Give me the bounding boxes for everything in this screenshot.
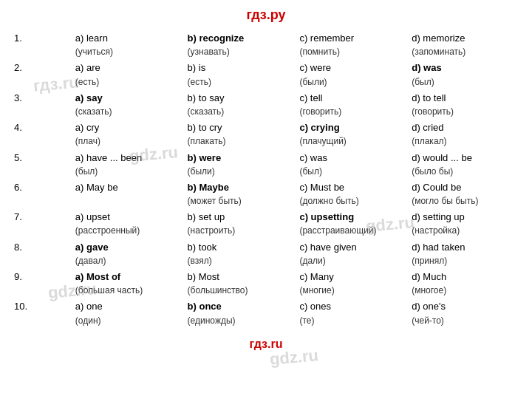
answer-text: d) was bbox=[412, 62, 441, 73]
row-number: 10. bbox=[11, 298, 72, 328]
translation-text: (были) bbox=[299, 77, 327, 87]
translation-text: (есть) bbox=[188, 77, 211, 87]
answer-cell-1-4: d) memorize(запоминать) bbox=[409, 30, 521, 60]
answer-text: b) set up bbox=[188, 211, 225, 222]
answer-cell-2-4: d) was(был) bbox=[409, 60, 521, 89]
answer-cell-7-3: c) upsetting(расстраивающий) bbox=[296, 209, 409, 239]
answer-text: c) Must be bbox=[299, 182, 344, 193]
answer-cell-2-2: b) is(есть) bbox=[185, 60, 297, 89]
answer-text: b) is bbox=[188, 62, 206, 73]
translation-text: (взял) bbox=[188, 256, 212, 266]
answer-cell-4-2: b) to cry(плакать) bbox=[185, 120, 297, 149]
answer-text: a) Most of bbox=[75, 271, 120, 282]
translation-text: (принял) bbox=[412, 256, 447, 266]
row-number: 4. bbox=[11, 120, 72, 149]
answer-cell-10-1: a) one(один) bbox=[72, 298, 185, 328]
translation-text: (может быть) bbox=[188, 196, 242, 206]
answer-cell-8-1: a) gave(давал) bbox=[72, 239, 185, 269]
answer-text: c) remember bbox=[299, 33, 354, 44]
translation-text: (многое) bbox=[412, 285, 446, 295]
answer-cell-3-3: c) tell(говорить) bbox=[296, 90, 409, 120]
answer-text: c) Many bbox=[299, 271, 333, 282]
answer-cell-3-4: d) to tell(говорить) bbox=[409, 90, 521, 120]
answer-text: d) memorize bbox=[412, 33, 465, 44]
answer-text: c) crying bbox=[299, 122, 339, 133]
row-number: 8. bbox=[11, 239, 72, 269]
translation-text: (сказать) bbox=[188, 106, 225, 117]
translation-text: (был) bbox=[412, 77, 434, 87]
answer-text: b) to cry bbox=[188, 122, 222, 133]
translation-text: (был) bbox=[75, 166, 98, 177]
answer-cell-3-2: b) to say(сказать) bbox=[185, 90, 297, 120]
answer-text: a) say bbox=[75, 92, 103, 103]
answer-cell-6-3: c) Must be(должно быть) bbox=[296, 180, 409, 209]
translation-text: (было бы) bbox=[412, 166, 453, 177]
translation-text: (большинство) bbox=[188, 285, 248, 295]
translation-text: (был) bbox=[299, 166, 322, 177]
answer-text: d) setting up bbox=[412, 211, 465, 222]
answer-cell-10-4: d) one's(чей-то) bbox=[409, 298, 521, 328]
answer-cell-6-2: b) Maybe(может быть) bbox=[185, 180, 297, 209]
translation-text: (расстраивающий) bbox=[299, 225, 376, 236]
answer-cell-9-1: a) Most of(большая часть) bbox=[72, 269, 185, 298]
page-header: гдз.ру bbox=[11, 7, 521, 23]
answer-cell-9-4: d) Much(многое) bbox=[409, 269, 521, 298]
content-area: гдз.ru gdz.ru gdz.ru gdz.ru gdz.ru 1.a) … bbox=[11, 30, 521, 329]
translation-text: (настройка) bbox=[412, 225, 460, 236]
answer-cell-1-2: b) recognize(узнавать) bbox=[185, 30, 297, 60]
table-row: 3.a) say(сказать)b) to say(сказать)c) te… bbox=[11, 90, 521, 120]
translation-text: (плачущий) bbox=[299, 136, 346, 146]
row-number: 1. bbox=[11, 30, 72, 60]
table-row: 5.a) have ... been(был)b) were(были)c) w… bbox=[11, 150, 521, 180]
answer-text: d) to tell bbox=[412, 92, 446, 103]
row-number: 9. bbox=[11, 269, 72, 298]
translation-text: (один) bbox=[75, 315, 101, 326]
row-number: 6. bbox=[11, 180, 72, 209]
answer-cell-1-3: c) remember(помнить) bbox=[296, 30, 409, 60]
row-number: 3. bbox=[11, 90, 72, 120]
answers-table: 1.a) learn(учиться)b) recognize(узнавать… bbox=[11, 30, 521, 329]
answer-cell-5-2: b) were(были) bbox=[185, 150, 297, 180]
answer-cell-2-3: c) were(были) bbox=[296, 60, 409, 89]
answer-cell-8-3: c) have given(дали) bbox=[296, 239, 409, 269]
answer-text: d) cried bbox=[412, 122, 443, 133]
answer-text: a) are bbox=[75, 62, 100, 73]
answer-text: d) would ... be bbox=[412, 152, 472, 163]
translation-text: (есть) bbox=[75, 77, 99, 87]
answer-cell-4-1: a) cry(плач) bbox=[72, 120, 185, 149]
table-row: 8.a) gave(давал)b) took(взял)c) have giv… bbox=[11, 239, 521, 269]
translation-text: (учиться) bbox=[75, 47, 113, 57]
translation-text: (говорить) bbox=[299, 106, 341, 117]
row-number: 5. bbox=[11, 150, 72, 180]
translation-text: (большая часть) bbox=[75, 285, 143, 295]
answer-text: b) recognize bbox=[188, 33, 245, 44]
answer-text: b) took bbox=[188, 242, 217, 253]
table-row: 7.a) upset(расстроенный)b) set up(настро… bbox=[11, 209, 521, 239]
page-footer: гдз.ru bbox=[11, 338, 521, 351]
answer-cell-5-3: c) was(был) bbox=[296, 150, 409, 180]
answer-text: c) tell bbox=[299, 92, 322, 103]
translation-text: (чей-то) bbox=[412, 315, 444, 326]
answer-cell-8-2: b) took(взял) bbox=[185, 239, 297, 269]
answer-text: d) Could be bbox=[412, 182, 461, 193]
answer-cell-1-1: a) learn(учиться) bbox=[72, 30, 185, 60]
answer-text: c) was bbox=[299, 152, 327, 163]
table-row: 2.a) are(есть)b) is(есть)c) were(были)d)… bbox=[11, 60, 521, 89]
answer-text: a) have ... been bbox=[75, 152, 142, 163]
answer-cell-5-1: a) have ... been(был) bbox=[72, 150, 185, 180]
answer-cell-10-2: b) once(единожды) bbox=[185, 298, 297, 328]
answer-text: a) one bbox=[75, 301, 103, 312]
answer-text: b) once bbox=[188, 301, 222, 312]
answer-text: c) have given bbox=[299, 242, 356, 253]
row-number: 2. bbox=[11, 60, 72, 89]
table-row: 6.a) May beb) Maybe(может быть)c) Must b… bbox=[11, 180, 521, 209]
answer-cell-8-4: d) had taken(принял) bbox=[409, 239, 521, 269]
translation-text: (узнавать) bbox=[188, 47, 230, 57]
translation-text: (расстроенный) bbox=[75, 225, 140, 236]
answer-text: d) had taken bbox=[412, 242, 465, 253]
answer-text: c) upsetting bbox=[299, 211, 354, 222]
answer-text: a) learn bbox=[75, 33, 108, 44]
answer-cell-5-4: d) would ... be(было бы) bbox=[409, 150, 521, 180]
answer-cell-10-3: c) ones(те) bbox=[296, 298, 409, 328]
answer-cell-9-2: b) Most(большинство) bbox=[185, 269, 297, 298]
